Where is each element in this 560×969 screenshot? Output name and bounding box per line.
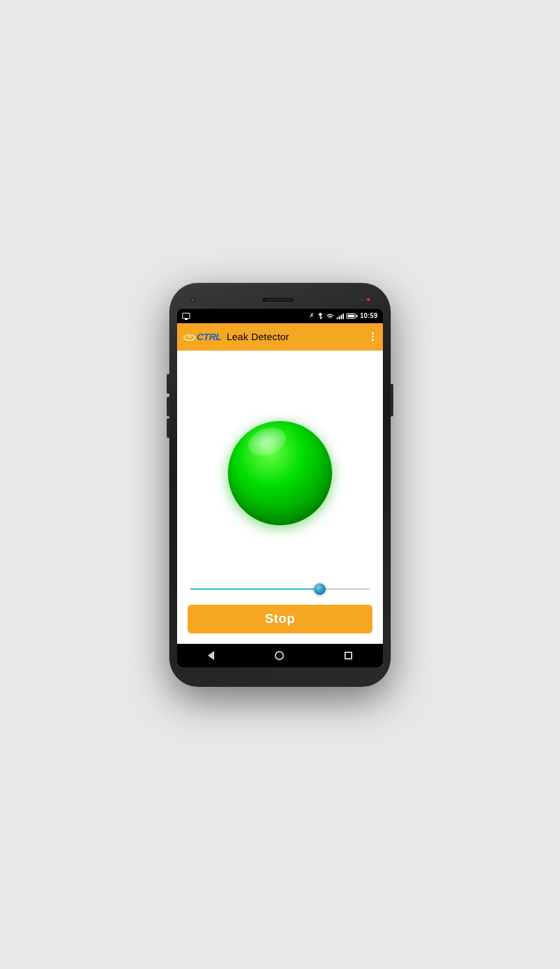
status-time: 10:59	[360, 312, 378, 319]
overflow-menu-button[interactable]	[369, 330, 376, 343]
status-indicator-green	[228, 421, 332, 525]
status-right: ✗	[309, 312, 378, 319]
indicator-area	[188, 364, 372, 583]
logo-text: CTRL	[197, 331, 221, 342]
signal-bars	[337, 313, 344, 319]
speaker	[262, 297, 294, 302]
app-content: Stop	[177, 351, 383, 644]
recent-apps-icon	[344, 652, 352, 659]
wifi-icon	[326, 313, 334, 319]
nav-back-button[interactable]	[197, 648, 225, 663]
stop-button[interactable]: Stop	[188, 605, 372, 633]
status-left	[182, 313, 190, 319]
home-icon	[275, 651, 284, 660]
phone-screen: ✗	[177, 309, 383, 667]
slider-area	[188, 583, 372, 596]
bluetooth-icon: ✗	[309, 313, 315, 319]
sensor-dot	[360, 298, 363, 301]
menu-dot-1	[372, 332, 374, 334]
sensitivity-slider[interactable]	[190, 583, 370, 596]
nav-home-button[interactable]	[264, 648, 294, 663]
phone-bottom-bar	[177, 667, 383, 679]
slider-thumb[interactable]	[314, 583, 326, 595]
sensors	[360, 298, 370, 301]
back-icon	[208, 651, 214, 660]
phone-top-bar	[177, 291, 383, 309]
notification-icon	[182, 313, 190, 319]
battery-indicator	[346, 313, 357, 319]
menu-dot-3	[372, 339, 374, 341]
front-camera	[190, 297, 195, 302]
nav-recent-button[interactable]	[334, 649, 363, 662]
svg-point-2	[187, 336, 191, 338]
phone-device: ✗	[169, 283, 391, 687]
bluetooth-icon-svg	[317, 312, 324, 319]
app-title: Leak Detector	[227, 331, 369, 342]
app-bar: CTRL Leak Detector	[177, 323, 383, 351]
led-dot	[367, 298, 370, 301]
app-logo: CTRL	[184, 331, 221, 342]
status-bar: ✗	[177, 309, 383, 323]
menu-dot-2	[372, 336, 374, 338]
bottom-navigation	[177, 644, 383, 667]
slider-track-fill	[190, 588, 320, 590]
logo-swoosh-icon	[184, 332, 195, 341]
